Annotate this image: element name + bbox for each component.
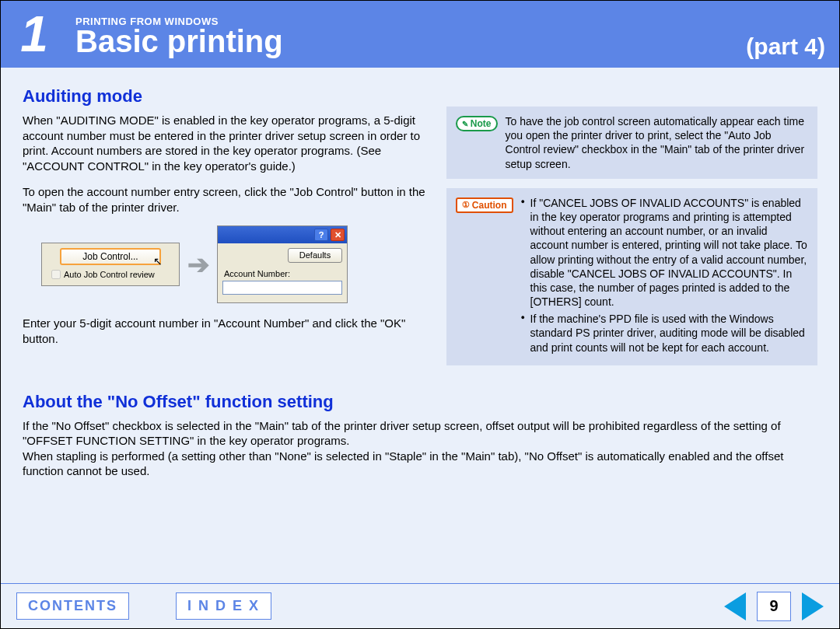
note-callout: Note To have the job control screen auto… xyxy=(446,107,817,179)
contents-button[interactable]: CONTENTS xyxy=(16,592,129,620)
auto-job-control-label: Auto Job Control review xyxy=(64,270,155,279)
section-heading-no-offset: About the "No Offset" function setting xyxy=(23,392,817,412)
header-titles: PRINTING FROM WINDOWS Basic printing xyxy=(75,12,283,57)
auto-job-control-checkbox-row: Auto Job Control review xyxy=(47,270,174,279)
job-control-button: Job Control... ↖ xyxy=(60,248,161,265)
caution-item: If the machine's PPD file is used with t… xyxy=(521,312,808,355)
cursor-icon: ↖ xyxy=(153,254,163,268)
note-text: To have the job control screen automatic… xyxy=(506,114,808,171)
caution-item: If "CANCEL JOBS OF INVALID ACCOUNTS" is … xyxy=(521,196,808,309)
job-control-button-label: Job Control... xyxy=(82,251,138,262)
section-heading-auditing: Auditing mode xyxy=(23,86,432,107)
screenshot-job-control: Job Control... ↖ Auto Job Control review xyxy=(41,243,180,286)
caution-badge: Caution xyxy=(456,197,513,213)
note-badge: Note xyxy=(456,116,498,131)
screenshot-account-number: ? ✕ Defaults Account Number: xyxy=(217,225,348,303)
paragraph: To open the account number entry screen,… xyxy=(23,184,432,215)
paragraph: If the "No Offset" checkbox is selected … xyxy=(23,418,817,449)
next-page-button[interactable] xyxy=(802,592,824,620)
paragraph: When "AUDITING MODE" is enabled in the k… xyxy=(23,113,432,173)
close-icon: ✕ xyxy=(331,229,345,241)
page-number: 9 xyxy=(757,592,791,621)
defaults-button: Defaults xyxy=(288,248,342,263)
part-label: (part 4) xyxy=(746,33,825,60)
prev-page-button[interactable] xyxy=(724,592,746,620)
arrow-right-icon: ➔ xyxy=(187,249,209,280)
account-number-label: Account Number: xyxy=(222,269,342,278)
index-button[interactable]: I N D E X xyxy=(176,592,271,620)
dialog-titlebar: ? ✕ xyxy=(218,226,347,243)
content-area: Auditing mode When "AUDITING MODE" is en… xyxy=(1,68,839,490)
paragraph: When stapling is performed (a setting ot… xyxy=(23,449,817,479)
page-title: Basic printing xyxy=(75,26,283,57)
account-number-input xyxy=(222,281,342,295)
caution-callout: Caution If "CANCEL JOBS OF INVALID ACCOU… xyxy=(446,188,817,365)
caution-list: If "CANCEL JOBS OF INVALID ACCOUNTS" is … xyxy=(521,196,808,358)
page-header: 1 PRINTING FROM WINDOWS Basic printing (… xyxy=(1,1,839,68)
screenshot-row: Job Control... ↖ Auto Job Control review… xyxy=(41,225,432,303)
chapter-number: 1 xyxy=(1,1,68,68)
paragraph: Enter your 5-digit account number in "Ac… xyxy=(23,316,432,346)
footer: CONTENTS I N D E X 9 xyxy=(1,583,839,628)
auto-job-control-checkbox xyxy=(51,270,61,279)
help-icon: ? xyxy=(314,229,328,241)
